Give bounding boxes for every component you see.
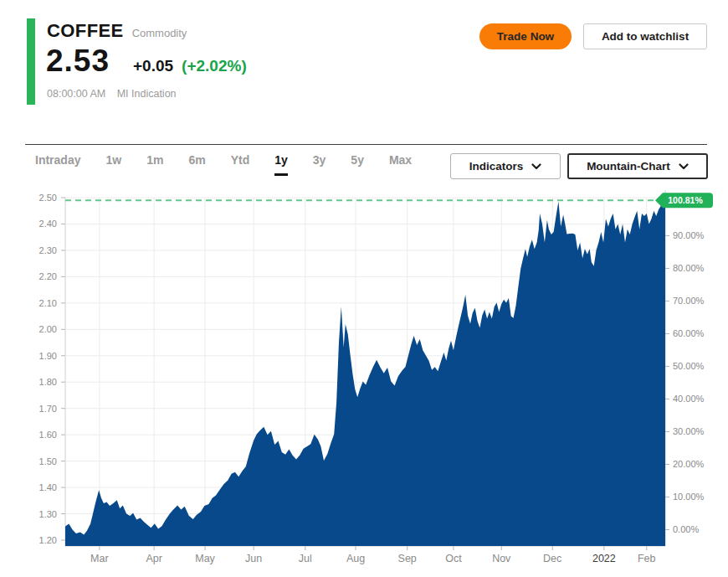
x-axis-label: Mar [90, 553, 109, 564]
y-axis-label: 2.10 [39, 298, 57, 308]
x-axis-label: Jul [299, 553, 312, 564]
y-axis-label: 1.90 [39, 351, 57, 361]
right-axis-label: 40.00% [673, 394, 705, 404]
y-axis-label: 1.20 [39, 535, 57, 545]
x-axis-label: Feb [638, 553, 656, 564]
y-axis-label: 1.50 [39, 456, 57, 466]
right-axis-label: 20.00% [673, 459, 705, 469]
y-axis-label: 2.40 [39, 219, 57, 229]
x-axis-label: Dec [543, 553, 561, 564]
x-axis-label: Sep [398, 553, 417, 564]
y-axis-label: 2.30 [39, 245, 57, 255]
right-axis-label: 70.00% [673, 296, 705, 306]
y-axis-label: 2.50 [39, 193, 57, 203]
y-axis-label: 2.20 [39, 271, 57, 281]
x-axis-label: Nov [492, 553, 511, 564]
right-axis-label: 60.00% [673, 328, 705, 338]
y-axis-label: 1.80 [39, 377, 57, 387]
y-axis-label: 1.30 [39, 509, 57, 519]
y-axis-label: 1.70 [39, 404, 57, 414]
price-area-series [65, 200, 665, 546]
price-chart[interactable]: 2.502.402.302.202.102.001.901.801.701.60… [0, 0, 728, 577]
right-axis-label: 80.00% [673, 263, 705, 273]
x-axis-label: Apr [146, 553, 161, 564]
right-axis-label: 50.00% [673, 361, 705, 371]
x-axis-label: 2022 [592, 553, 616, 564]
y-axis-label: 1.40 [39, 482, 57, 492]
right-axis-label: 30.00% [673, 426, 705, 436]
right-axis-label: 0.00% [673, 524, 699, 534]
x-axis-label: Aug [346, 553, 365, 564]
right-axis-label: 10.00% [673, 492, 705, 502]
y-axis-label: 2.00 [39, 324, 57, 334]
right-axis-label: 90.00% [673, 230, 705, 240]
current-value-badge-label: 100.81% [668, 195, 703, 205]
x-axis-label: May [195, 553, 215, 564]
y-axis-label: 1.60 [39, 430, 57, 440]
x-axis-label: Oct [445, 553, 462, 564]
x-axis-label: Jun [245, 553, 262, 564]
